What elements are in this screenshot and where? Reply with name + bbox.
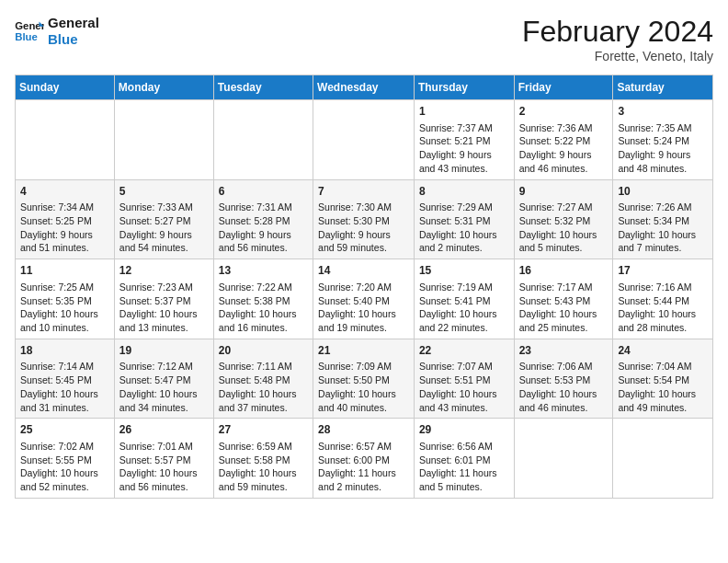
calendar-cell: 9Sunrise: 7:27 AMSunset: 5:32 PMDaylight… <box>514 179 613 259</box>
day-number: 7 <box>318 184 409 200</box>
calendar-cell: 3Sunrise: 7:35 AMSunset: 5:24 PMDaylight… <box>613 100 713 180</box>
calendar-cell: 23Sunrise: 7:06 AMSunset: 5:53 PMDayligh… <box>514 339 613 419</box>
calendar-cell: 11Sunrise: 7:25 AMSunset: 5:35 PMDayligh… <box>16 259 115 339</box>
day-info: Sunrise: 7:11 AMSunset: 5:48 PMDaylight:… <box>219 360 308 414</box>
day-number: 21 <box>318 343 409 359</box>
day-info: Sunrise: 7:16 AMSunset: 5:44 PMDaylight:… <box>618 281 708 335</box>
day-number: 23 <box>519 343 609 359</box>
day-info: Sunrise: 7:23 AMSunset: 5:37 PMDaylight:… <box>119 281 209 335</box>
calendar-week-row: 18Sunrise: 7:14 AMSunset: 5:45 PMDayligh… <box>16 339 713 419</box>
day-number: 6 <box>219 184 308 200</box>
calendar-cell: 6Sunrise: 7:31 AMSunset: 5:28 PMDaylight… <box>213 179 313 259</box>
day-info: Sunrise: 7:09 AMSunset: 5:50 PMDaylight:… <box>318 360 409 414</box>
day-info: Sunrise: 6:59 AMSunset: 5:58 PMDaylight:… <box>219 440 308 494</box>
day-number: 24 <box>618 343 708 359</box>
day-number: 8 <box>419 184 509 200</box>
day-info: Sunrise: 7:07 AMSunset: 5:51 PMDaylight:… <box>419 360 509 414</box>
day-info: Sunrise: 6:57 AMSunset: 6:00 PMDaylight:… <box>318 440 409 494</box>
logo-general: General <box>48 15 99 31</box>
calendar-cell <box>114 100 213 180</box>
day-number: 25 <box>20 422 109 438</box>
day-info: Sunrise: 7:31 AMSunset: 5:28 PMDaylight:… <box>219 201 308 255</box>
day-info: Sunrise: 7:33 AMSunset: 5:27 PMDaylight:… <box>119 201 209 255</box>
day-number: 1 <box>419 104 509 120</box>
day-number: 14 <box>318 263 409 279</box>
calendar-week-row: 25Sunrise: 7:02 AMSunset: 5:55 PMDayligh… <box>16 419 713 499</box>
month-title: February 2024 <box>522 15 713 49</box>
weekday-header-friday: Friday <box>514 75 613 100</box>
day-info: Sunrise: 7:25 AMSunset: 5:35 PMDaylight:… <box>20 281 109 335</box>
logo: General Blue General Blue <box>15 15 99 48</box>
calendar-cell: 18Sunrise: 7:14 AMSunset: 5:45 PMDayligh… <box>16 339 115 419</box>
calendar-cell: 22Sunrise: 7:07 AMSunset: 5:51 PMDayligh… <box>414 339 514 419</box>
calendar-cell <box>213 100 313 180</box>
calendar-cell <box>313 100 415 180</box>
svg-text:Blue: Blue <box>15 31 38 42</box>
day-number: 12 <box>119 263 209 279</box>
day-number: 2 <box>519 104 609 120</box>
calendar-cell: 8Sunrise: 7:29 AMSunset: 5:31 PMDaylight… <box>414 179 514 259</box>
calendar-cell: 2Sunrise: 7:36 AMSunset: 5:22 PMDaylight… <box>514 100 613 180</box>
weekday-header-tuesday: Tuesday <box>213 75 313 100</box>
day-info: Sunrise: 7:27 AMSunset: 5:32 PMDaylight:… <box>519 201 609 255</box>
calendar-cell: 21Sunrise: 7:09 AMSunset: 5:50 PMDayligh… <box>313 339 415 419</box>
logo-blue: Blue <box>48 31 99 48</box>
calendar-cell: 17Sunrise: 7:16 AMSunset: 5:44 PMDayligh… <box>613 259 713 339</box>
location-subtitle: Forette, Veneto, Italy <box>522 49 713 63</box>
calendar-cell: 5Sunrise: 7:33 AMSunset: 5:27 PMDaylight… <box>114 179 213 259</box>
day-number: 27 <box>219 422 308 438</box>
day-info: Sunrise: 7:26 AMSunset: 5:34 PMDaylight:… <box>618 201 708 255</box>
day-number: 18 <box>20 343 109 359</box>
day-number: 19 <box>119 343 209 359</box>
day-number: 28 <box>318 422 409 438</box>
day-info: Sunrise: 7:01 AMSunset: 5:57 PMDaylight:… <box>119 440 209 494</box>
calendar-cell: 13Sunrise: 7:22 AMSunset: 5:38 PMDayligh… <box>213 259 313 339</box>
day-info: Sunrise: 7:34 AMSunset: 5:25 PMDaylight:… <box>20 201 109 255</box>
calendar-cell: 19Sunrise: 7:12 AMSunset: 5:47 PMDayligh… <box>114 339 213 419</box>
calendar-week-row: 11Sunrise: 7:25 AMSunset: 5:35 PMDayligh… <box>16 259 713 339</box>
day-info: Sunrise: 7:35 AMSunset: 5:24 PMDaylight:… <box>618 121 708 176</box>
calendar-table: SundayMondayTuesdayWednesdayThursdayFrid… <box>15 75 713 499</box>
calendar-cell <box>613 419 713 499</box>
day-number: 10 <box>618 184 708 200</box>
calendar-cell <box>16 100 115 180</box>
calendar-week-row: 4Sunrise: 7:34 AMSunset: 5:25 PMDaylight… <box>16 179 713 259</box>
weekday-header-wednesday: Wednesday <box>313 75 415 100</box>
calendar-cell: 4Sunrise: 7:34 AMSunset: 5:25 PMDaylight… <box>16 179 115 259</box>
day-info: Sunrise: 7:19 AMSunset: 5:41 PMDaylight:… <box>419 281 509 335</box>
day-info: Sunrise: 7:17 AMSunset: 5:43 PMDaylight:… <box>519 281 609 335</box>
calendar-cell: 10Sunrise: 7:26 AMSunset: 5:34 PMDayligh… <box>613 179 713 259</box>
day-number: 20 <box>219 343 308 359</box>
day-info: Sunrise: 7:36 AMSunset: 5:22 PMDaylight:… <box>519 121 609 176</box>
calendar-cell: 12Sunrise: 7:23 AMSunset: 5:37 PMDayligh… <box>114 259 213 339</box>
day-info: Sunrise: 6:56 AMSunset: 6:01 PMDaylight:… <box>419 440 509 494</box>
calendar-week-row: 1Sunrise: 7:37 AMSunset: 5:21 PMDaylight… <box>16 100 713 180</box>
day-info: Sunrise: 7:37 AMSunset: 5:21 PMDaylight:… <box>419 121 509 176</box>
calendar-cell: 27Sunrise: 6:59 AMSunset: 5:58 PMDayligh… <box>213 419 313 499</box>
day-info: Sunrise: 7:30 AMSunset: 5:30 PMDaylight:… <box>318 201 409 255</box>
calendar-cell: 20Sunrise: 7:11 AMSunset: 5:48 PMDayligh… <box>213 339 313 419</box>
weekday-header-monday: Monday <box>114 75 213 100</box>
day-number: 17 <box>618 263 708 279</box>
calendar-cell: 1Sunrise: 7:37 AMSunset: 5:21 PMDaylight… <box>414 100 514 180</box>
day-info: Sunrise: 7:29 AMSunset: 5:31 PMDaylight:… <box>419 201 509 255</box>
logo-icon: General Blue <box>15 18 44 44</box>
day-number: 15 <box>419 263 509 279</box>
day-number: 29 <box>419 422 509 438</box>
calendar-cell: 25Sunrise: 7:02 AMSunset: 5:55 PMDayligh… <box>16 419 115 499</box>
calendar-cell: 28Sunrise: 6:57 AMSunset: 6:00 PMDayligh… <box>313 419 415 499</box>
calendar-cell: 26Sunrise: 7:01 AMSunset: 5:57 PMDayligh… <box>114 419 213 499</box>
weekday-header-sunday: Sunday <box>16 75 115 100</box>
day-number: 9 <box>519 184 609 200</box>
calendar-cell: 24Sunrise: 7:04 AMSunset: 5:54 PMDayligh… <box>613 339 713 419</box>
day-number: 11 <box>20 263 109 279</box>
calendar-cell: 15Sunrise: 7:19 AMSunset: 5:41 PMDayligh… <box>414 259 514 339</box>
day-number: 13 <box>219 263 308 279</box>
calendar-cell: 29Sunrise: 6:56 AMSunset: 6:01 PMDayligh… <box>414 419 514 499</box>
day-info: Sunrise: 7:20 AMSunset: 5:40 PMDaylight:… <box>318 281 409 335</box>
day-number: 5 <box>119 184 209 200</box>
day-number: 16 <box>519 263 609 279</box>
day-info: Sunrise: 7:04 AMSunset: 5:54 PMDaylight:… <box>618 360 708 414</box>
day-info: Sunrise: 7:12 AMSunset: 5:47 PMDaylight:… <box>119 360 209 414</box>
day-info: Sunrise: 7:06 AMSunset: 5:53 PMDaylight:… <box>519 360 609 414</box>
